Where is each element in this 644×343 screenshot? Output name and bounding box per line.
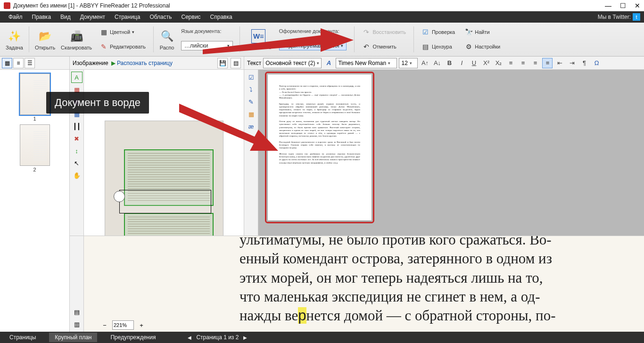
view-details-button[interactable]: ≡ [13,58,24,68]
align-right-button[interactable]: ≡ [530,58,540,68]
region-erase-tool[interactable]: ✖ [71,133,83,144]
pencil-icon: ✎ [99,42,108,51]
view-props-button[interactable]: ☰ [25,58,35,68]
indent-dec-button[interactable]: ⇤ [554,58,565,68]
bold-button[interactable]: B [444,58,454,68]
close-button[interactable]: ✕ [635,2,640,9]
scan-button[interactable]: 📠 Сканировать [58,24,95,54]
font-value: Times New Roman [338,60,386,66]
closeup-tool-b[interactable]: ▥ [71,318,83,330]
font-dropdown[interactable]: Times New Roman▾ [336,58,397,68]
open-label: Открыть [35,45,55,50]
color-mode-button[interactable]: ▦ Цветной ▾ [98,27,148,37]
region-table-tool[interactable]: ▦ [71,108,83,120]
find-button[interactable]: 🔭 Найти [462,27,502,37]
region-barcode-tool[interactable]: ┃┃ [71,121,83,132]
prev-page-button[interactable]: ◀ [188,335,191,340]
closeup-canvas[interactable]: ультиматумы, не было против кого сражать… [84,236,644,332]
maximize-button[interactable]: ☐ [620,2,626,9]
title-bar: Документ без имени [1] - ABBYY FineReade… [0,0,644,11]
scanner-icon: 📠 [69,29,84,44]
superscript-button[interactable]: X² [481,58,491,68]
minimize-button[interactable]: — [605,2,611,9]
closeup-zoom-in[interactable]: + [136,319,147,331]
settings-button[interactable]: ⚙ Настройки [462,41,502,52]
size-value: 12 [401,60,407,66]
insert-symbol-button[interactable]: Ω [591,58,602,68]
redact-label: Цензура [432,44,452,49]
align-left-button[interactable]: ≡ [505,58,516,68]
pointer-tool[interactable]: ↖ [71,157,83,169]
task-button[interactable]: ✨ Задача [3,24,26,54]
status-tab-pages[interactable]: Страницы [4,333,41,342]
page-info: Страница 1 из 2 [196,334,239,341]
restore-button[interactable]: ↷ Восстановить [360,27,407,37]
redo-icon: ↷ [362,28,371,36]
menu-document[interactable]: Документ [75,14,110,20]
undo-button[interactable]: ↶ Отменить [360,41,407,52]
show-marks-button[interactable]: ¶ [579,58,589,68]
redact-button[interactable]: ▤ Цензура [420,41,457,52]
closeup-zoom-input[interactable] [112,320,134,330]
region-text-tool[interactable]: A [71,72,83,83]
menu-edit[interactable]: Правка [27,14,56,20]
closeup-tool-a[interactable]: ▤ [71,306,83,318]
task-label: Задача [6,45,23,50]
thumb-page-1[interactable]: 1 [18,74,51,122]
img-save-button[interactable]: 💾 [217,58,228,68]
region-bgpic-tool[interactable]: ▦ [71,96,83,107]
status-bar: Страницы Крупный план Предупреждения ◀ С… [0,332,644,343]
underline-button[interactable]: U [469,58,479,68]
closeup-pane: ▤ ▥ ультиматумы, не было против кого сра… [70,236,644,332]
txt-verify-tool[interactable]: ☑ [246,72,257,83]
folder-open-icon: 📂 [38,29,53,44]
thumb-page-2[interactable]: 2 [18,124,51,172]
magnify-doc-icon: 🔍 [159,29,174,44]
txt-next-err-tool[interactable]: ⤵ [246,84,257,95]
read-page-button[interactable]: ▶ Распознать страницу [111,60,173,66]
menu-help[interactable]: Справка [206,14,237,20]
style-dropdown[interactable]: Основной текст (2)▾ [263,58,322,68]
menu-view[interactable]: Вид [56,14,75,20]
verify-button[interactable]: ☑ Проверка [420,27,457,37]
restore-label: Восстановить [372,29,405,35]
scan-label: Сканировать [61,45,92,50]
recognize-button[interactable]: 🔍 Распо [157,24,177,54]
italic-button[interactable]: I [456,58,467,68]
menu-tools[interactable]: Сервис [177,14,206,20]
menu-page[interactable]: Страница [110,14,145,20]
twitter-icon[interactable]: t [633,13,640,21]
region-order-tool[interactable]: ↕ [71,145,83,156]
next-page-button[interactable]: ▶ [243,335,247,340]
grow-font-button[interactable]: A↑ [420,58,430,68]
status-tab-warnings[interactable]: Предупреждения [105,333,161,342]
closeup-zoom-out[interactable]: − [99,319,110,331]
align-justify-button[interactable]: ≡ [542,58,553,68]
gear-icon: ⚙ [464,42,473,51]
hand-tool[interactable]: ✋ [71,170,83,181]
region-picture-tool[interactable]: ▦ [71,84,83,95]
menu-region[interactable]: Область [145,14,176,20]
menu-file[interactable]: Файл [4,14,27,20]
closeup-text: ультиматумы, не было против кого сражать… [239,236,639,325]
subscript-button[interactable]: X₂ [493,58,504,68]
img-props-button[interactable]: ▤ [231,58,241,68]
shrink-font-button[interactable]: A↓ [432,58,442,68]
style-value: Основной текст (2) [265,60,315,66]
read-page-label: Распознать страницу [117,60,173,66]
check-icon: ☑ [421,28,430,36]
color-swatch-icon: ▦ [99,28,108,36]
menu-bar: Файл Правка Вид Документ Страница Област… [0,11,644,23]
font-dialog-button[interactable]: A [323,58,334,68]
status-tab-closeup[interactable]: Крупный план [49,333,97,342]
indent-inc-button[interactable]: ⇥ [567,58,577,68]
size-dropdown[interactable]: 12▾ [399,58,418,68]
image-edit-button[interactable]: ✎ Редактировать [98,41,148,52]
twitter-label: Мы в Twitter: [598,14,631,20]
view-thumbs-button[interactable]: ▦ [2,58,12,68]
settings-label: Настройки [475,44,500,49]
open-button[interactable]: 📂 Открыть [32,24,58,54]
align-center-button[interactable]: ≡ [518,58,528,68]
check-label: Проверка [432,29,455,35]
app-icon [4,2,10,9]
